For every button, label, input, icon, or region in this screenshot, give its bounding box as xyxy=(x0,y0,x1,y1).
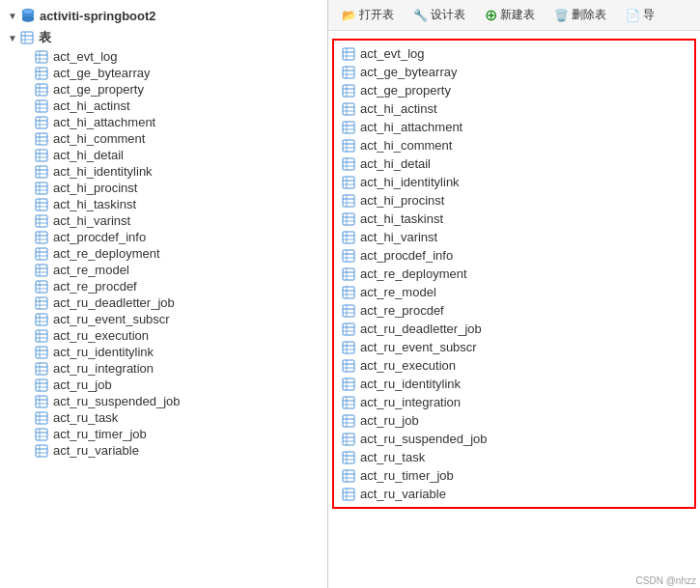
svg-rect-200 xyxy=(343,470,354,482)
right-table-item[interactable]: act_ge_bytearray xyxy=(334,63,694,81)
right-table-name: act_ru_task xyxy=(360,450,425,464)
delete-label: 删除表 xyxy=(572,7,606,23)
sidebar-table-item[interactable]: act_re_procdef xyxy=(0,278,327,294)
sidebar-table-item[interactable]: act_ru_task xyxy=(0,409,327,426)
sidebar-table-name: act_ru_identitylink xyxy=(53,345,154,359)
sidebar-table-item[interactable]: act_ru_suspended_job xyxy=(0,393,327,409)
sidebar-table-name: act_hi_attachment xyxy=(53,115,155,129)
delete-table-button[interactable]: 🗑️ 删除表 xyxy=(548,5,612,25)
right-table-item[interactable]: act_ru_integration xyxy=(334,393,694,411)
sidebar-table-item[interactable]: act_ge_bytearray xyxy=(0,65,327,81)
right-table-item[interactable]: act_hi_attachment xyxy=(334,118,694,136)
right-table-item[interactable]: act_ru_timer_job xyxy=(334,466,694,485)
svg-rect-124 xyxy=(343,122,354,133)
table-icon xyxy=(342,414,355,428)
svg-rect-20 xyxy=(36,100,47,112)
sidebar-table-item[interactable]: act_ru_deadletter_job xyxy=(0,294,327,311)
sidebar-table-name: act_hi_comment xyxy=(53,131,145,146)
right-table-item[interactable]: act_ru_suspended_job xyxy=(334,430,694,448)
right-table-item[interactable]: act_ru_task xyxy=(334,448,694,466)
table-icon xyxy=(35,67,48,80)
table-list-box: act_evt_log act_ge_bytearray act_ge_prop… xyxy=(332,39,696,509)
right-table-item[interactable]: act_ru_deadletter_job xyxy=(334,320,694,338)
svg-rect-156 xyxy=(343,268,354,280)
sidebar-table-item[interactable]: act_ru_execution xyxy=(0,327,327,344)
table-icon xyxy=(35,214,48,228)
new-table-label: 新建表 xyxy=(500,7,535,23)
sidebar-table-name: act_ge_property xyxy=(53,82,144,97)
right-table-item[interactable]: act_hi_procinst xyxy=(334,191,694,210)
right-table-name: act_ge_bytearray xyxy=(360,65,457,79)
sidebar-table-item[interactable]: act_ru_timer_job xyxy=(0,426,327,442)
right-table-item[interactable]: act_re_deployment xyxy=(334,265,694,283)
sidebar-table-item[interactable]: act_procdef_info xyxy=(0,229,327,245)
sidebar-table-item[interactable]: act_hi_actinst xyxy=(0,98,327,114)
new-table-button[interactable]: ⊕ 新建表 xyxy=(479,4,541,26)
sidebar-table-item[interactable]: act_hi_identitylink xyxy=(0,163,327,180)
table-icon xyxy=(35,182,48,195)
right-table-name: act_re_deployment xyxy=(360,266,467,281)
right-table-item[interactable]: act_ge_property xyxy=(334,81,694,99)
sidebar-table-item[interactable]: act_evt_log xyxy=(0,48,327,65)
sidebar-table-item[interactable]: act_ru_integration xyxy=(0,360,327,377)
svg-rect-24 xyxy=(36,117,47,128)
sidebar-table-item[interactable]: act_hi_varinst xyxy=(0,212,327,229)
sidebar-table-item[interactable]: act_hi_procinst xyxy=(0,180,327,196)
sidebar-table-name: act_hi_varinst xyxy=(53,213,130,228)
sidebar-table-item[interactable]: act_hi_taskinst xyxy=(0,196,327,212)
svg-rect-76 xyxy=(36,330,47,342)
right-table-item[interactable]: act_evt_log xyxy=(334,44,694,63)
right-table-item[interactable]: act_re_procdef xyxy=(334,301,694,320)
open-table-icon: 📂 xyxy=(342,9,356,22)
right-table-item[interactable]: act_hi_taskinst xyxy=(334,210,694,228)
svg-rect-104 xyxy=(36,445,47,457)
right-table-name: act_hi_procinst xyxy=(360,193,444,208)
svg-rect-152 xyxy=(343,250,354,262)
svg-rect-52 xyxy=(36,232,47,243)
right-table-item[interactable]: act_ru_variable xyxy=(334,485,694,503)
sidebar-table-item[interactable]: act_ru_job xyxy=(0,377,327,393)
table-icon xyxy=(35,444,48,458)
right-table-name: act_ru_identitylink xyxy=(360,377,461,391)
svg-rect-40 xyxy=(36,182,47,194)
table-icon xyxy=(342,194,355,208)
right-table-item[interactable]: act_hi_comment xyxy=(334,136,694,154)
svg-rect-60 xyxy=(36,265,47,276)
sidebar-table-name: act_hi_identitylink xyxy=(53,164,153,179)
sidebar-table-item[interactable]: act_hi_comment xyxy=(0,130,327,147)
right-table-item[interactable]: act_hi_varinst xyxy=(334,228,694,246)
right-table-name: act_hi_taskinst xyxy=(360,211,443,226)
design-button[interactable]: 🔧 设计表 xyxy=(407,5,471,25)
export-button[interactable]: 📄 导 xyxy=(620,5,660,25)
sidebar-table-item[interactable]: act_ge_property xyxy=(0,81,327,98)
svg-rect-92 xyxy=(36,396,47,407)
db-header[interactable]: ▼ activiti-springboot2 xyxy=(0,4,327,27)
svg-rect-160 xyxy=(343,287,354,298)
sidebar-table-item[interactable]: act_ru_event_subscr xyxy=(0,311,327,327)
right-table-item[interactable]: act_ru_execution xyxy=(334,356,694,375)
right-table-item[interactable]: act_hi_identitylink xyxy=(334,173,694,191)
sidebar-table-item[interactable]: act_ru_variable xyxy=(0,442,327,459)
section-arrow: ▼ xyxy=(8,33,17,43)
right-table-item[interactable]: act_hi_actinst xyxy=(334,99,694,118)
sidebar-table-name: act_ru_task xyxy=(53,410,118,425)
table-icon xyxy=(35,395,48,408)
table-icon xyxy=(342,286,355,299)
section-label: 表 xyxy=(39,29,51,46)
db-name: activiti-springboot2 xyxy=(40,9,156,23)
design-icon: 🔧 xyxy=(413,9,428,22)
sidebar-table-item[interactable]: act_hi_detail xyxy=(0,147,327,163)
right-table-item[interactable]: act_ru_event_subscr xyxy=(334,338,694,356)
table-icon xyxy=(35,411,48,425)
open-table-button[interactable]: 📂 打开表 xyxy=(336,5,400,25)
sidebar-table-item[interactable]: act_hi_attachment xyxy=(0,114,327,130)
sidebar-table-item[interactable]: act_re_model xyxy=(0,262,327,278)
right-table-item[interactable]: act_hi_detail xyxy=(334,154,694,173)
right-table-item[interactable]: act_procdef_info xyxy=(334,246,694,265)
sidebar-table-item[interactable]: act_ru_identitylink xyxy=(0,344,327,360)
sidebar-table-item[interactable]: act_re_deployment xyxy=(0,245,327,262)
right-table-item[interactable]: act_ru_identitylink xyxy=(334,375,694,393)
table-section[interactable]: ▼ 表 xyxy=(0,27,327,48)
right-table-item[interactable]: act_ru_job xyxy=(334,411,694,430)
right-table-item[interactable]: act_re_model xyxy=(334,283,694,301)
